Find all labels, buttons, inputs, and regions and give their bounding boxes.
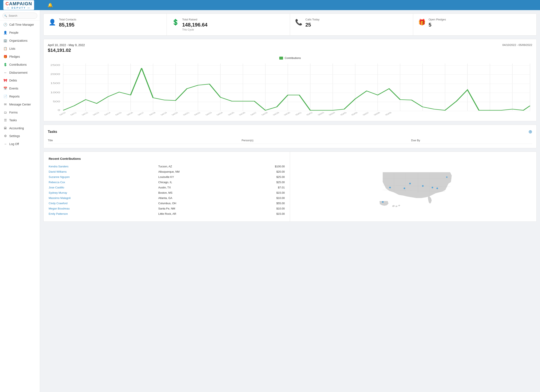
sidebar-item-pledges[interactable]: 🎁Pledges [0,53,40,61]
sidebar-item-contributions[interactable]: 💲Contributions [0,61,40,69]
notification-bell-icon[interactable]: 🔔 [48,3,53,8]
contrib-row: Megan Boudreau Santa Fe, NM $10.00 [49,206,285,211]
sidebar-item-label-debts: Debts [9,79,36,82]
svg-text:04/13: 04/13 [92,112,100,116]
calls-today-label: Calls Today [305,18,320,21]
svg-text:1000: 1000 [50,91,60,94]
contrib-amount: $10.00 [268,207,285,210]
events-icon: 📅 [3,87,7,90]
sidebar-item-disbursement[interactable]: ↔Disbursement [0,69,40,76]
svg-text:1500: 1500 [50,82,60,85]
contrib-location: Chicago, IL [158,181,268,184]
contrib-amount: $25.00 [268,181,285,184]
nav-items-container: 🕐Call Time Manager👤People🏢Organizations📋… [0,21,40,148]
contributions-title: Recent Contributions [49,157,285,160]
contributions-line-chart: 2500 2000 1500 1000 500 0 [48,61,532,116]
sidebar-item-message-center[interactable]: ✉Message Center [0,100,40,109]
tasks-header: Tasks ⊕ [48,129,532,134]
svg-text:05/04: 05/04 [328,112,336,116]
tasks-table-head: Title Person(s) Due By [48,137,532,144]
organizations-icon: 🏢 [3,39,7,43]
search-wrap [3,13,37,19]
total-raised-sub: This Cycle [182,28,207,31]
contrib-name[interactable]: Emily Patterson [49,212,158,215]
chart-legend: Contributions [48,56,532,60]
sidebar-item-accounting[interactable]: 🏛Accounting [0,124,40,132]
legend-box [279,57,283,60]
contrib-location: Atlanta, GA [158,196,268,200]
tasks-table: Title Person(s) Due By [48,137,532,144]
sidebar-item-organizations[interactable]: 🏢Organizations [0,37,40,45]
contrib-row: Massimo Malagoli Atlanta, GA $10.00 [49,195,285,201]
contrib-location: Tucson, AZ [158,165,268,168]
sidebar-item-reports[interactable]: 📄Reports [0,92,40,100]
contributions-icon: 💲 [3,63,7,67]
logo-area: CAMPAIGN — DEPUTY — [3,0,43,10]
top-header: CAMPAIGN — DEPUTY — 🔔 [0,0,540,10]
contrib-name[interactable]: Rebecca Cox [49,181,158,184]
svg-text:05/01: 05/01 [295,112,302,116]
logo-box: CAMPAIGN — DEPUTY — [3,0,34,10]
contrib-name[interactable]: Cindy Crawford [49,202,158,205]
stat-card-open-pledges: 🎁 Open Pledges 5 [413,14,536,35]
svg-text:04/24: 04/24 [216,112,224,116]
contrib-name[interactable]: Suzanne Nguyen [49,175,158,179]
svg-text:04/19: 04/19 [160,112,167,116]
sidebar-item-label-pledges: Pledges [9,55,36,58]
contrib-name[interactable]: Sydney Murray [49,191,158,194]
sidebar-item-debts[interactable]: 🎀Debts [0,76,40,84]
svg-text:04/18: 04/18 [148,112,156,116]
sidebar-item-label-lists: Lists [9,47,36,50]
sidebar-item-tasks[interactable]: ☰Tasks [0,116,40,124]
stat-info-calls: Calls Today 25 [305,18,320,28]
main-content: 👤 Total Contacts 85,195 💲 Total Raised 1… [40,10,540,392]
svg-text:04/20: 04/20 [171,112,179,116]
svg-text:04/28: 04/28 [260,112,268,116]
sidebar-item-lists[interactable]: 📋Lists [0,45,40,53]
add-task-button[interactable]: ⊕ [528,129,532,134]
contrib-row: Kendra Sanders Tucson, AZ $100.00 [49,164,285,169]
svg-text:0: 0 [58,109,60,111]
sidebar-item-people[interactable]: 👤People [0,29,40,37]
svg-text:04/27: 04/27 [250,112,257,116]
map-panel [290,152,536,222]
sidebar-item-settings[interactable]: ⚙Settings [0,132,40,140]
sidebar-search-area [0,10,40,21]
sidebar-item-label-tasks: Tasks [9,119,36,122]
app-body: 👤 Total Contacts 85,195 💲 Total Raised 1… [0,10,540,392]
sidebar-item-forms[interactable]: 🗂Forms [0,109,40,116]
sidebar-item-label-contributions: Contributions [9,63,36,66]
contrib-name[interactable]: Megan Boudreau [49,207,158,210]
sidebar-item-events[interactable]: 📅Events [0,84,40,92]
svg-text:04/23: 04/23 [205,112,213,116]
contrib-location: Columbus, OH [158,202,268,205]
svg-text:04/10: 04/10 [58,112,66,116]
svg-text:04/15: 04/15 [114,112,122,116]
sidebar-item-log-off[interactable]: →Log Off [0,140,40,148]
sidebar-item-label-log-off: Log Off [9,142,36,146]
reports-icon: 📄 [3,94,7,98]
sidebar-item-label-settings: Settings [9,134,36,138]
contrib-location: Santa Fe, NM [158,207,268,210]
svg-text:04/17: 04/17 [137,112,145,116]
search-input[interactable] [3,13,37,19]
contrib-row: Jose Castillo Austin, TX $7.01 [49,185,285,190]
stat-card-total-raised: 💲 Total Raised 148,196.64 This Cycle [167,14,290,35]
contrib-row: Rebecca Cox Chicago, IL $25.00 [49,180,285,185]
gift-icon: 🎁 [418,19,426,26]
contrib-name[interactable]: Jose Castillo [49,186,158,189]
legend-label: Contributions [285,56,301,60]
message-center-icon: ✉ [3,103,7,106]
svg-text:05/07: 05/07 [362,112,370,116]
log-off-icon: → [3,142,7,146]
sidebar-item-call-time-manager[interactable]: 🕐Call Time Manager [0,21,40,29]
contrib-name[interactable]: Massimo Malagoli [49,196,158,200]
pledges-icon: 🎁 [3,55,7,59]
total-raised-label: Total Raised [182,18,207,21]
lists-icon: 📋 [3,47,7,50]
contrib-row: Suzanne Nguyen Louisville KY $25.00 [49,174,285,180]
contrib-name[interactable]: Kendra Sanders [49,165,158,168]
sidebar-item-label-forms: Forms [9,111,36,114]
contrib-name[interactable]: David Williams [49,170,158,173]
svg-point-77 [446,176,448,178]
